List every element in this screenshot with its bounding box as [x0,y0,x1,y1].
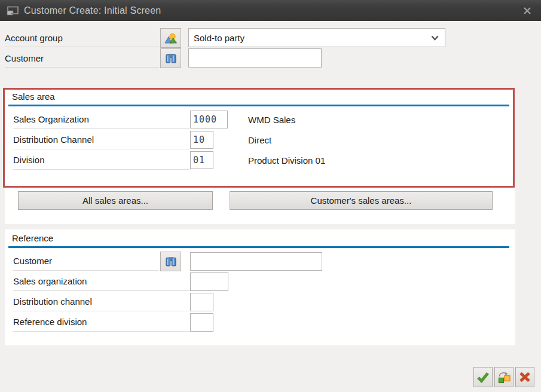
confirm-button[interactable] [473,367,493,387]
sales-area-divider [8,105,509,106]
reference-division-input[interactable] [190,313,213,332]
copy-reference-button[interactable] [494,367,514,387]
titlebar: Customer Create: Initial Screen [0,0,541,21]
distribution-channel-input[interactable] [190,131,213,149]
reference-header: Reference [12,233,53,243]
reference-customer-input[interactable] [190,252,322,271]
sales-area-header: Sales area [12,91,55,102]
chevron-down-icon [431,35,439,41]
landscape-icon [164,32,178,45]
binoculars-icon [164,255,178,268]
customer-input[interactable] [188,48,322,68]
account-group-value-help-button[interactable] [160,28,181,48]
account-group-dropdown[interactable]: Sold-to party [188,28,445,47]
reference-distribution-channel-label: Distribution channel [13,292,189,311]
account-group-label: Account group [5,29,159,47]
sales-organization-description: WMD Sales [248,110,295,129]
checkmark-icon [476,370,490,384]
division-input[interactable] [190,151,213,169]
sales-organization-input[interactable] [190,111,228,128]
division-label: Division [13,151,189,170]
dialog-window-icon [6,5,19,16]
reference-customer-label: Customer [13,252,158,271]
reference-divider [8,246,509,248]
reference-sales-organization-label: Sales organization [13,272,189,291]
all-sales-areas-button[interactable]: All sales areas... [18,191,213,210]
reference-division-label: Reference division [13,313,189,332]
page-title: Customer Create: Initial Screen [24,5,161,16]
account-group-selected-value: Sold-to party [194,33,431,43]
reference-sales-organization-input[interactable] [190,272,228,291]
red-x-icon [518,370,531,384]
customer-label: Customer [5,49,159,68]
copy-reference-icon [497,370,511,384]
cancel-button[interactable] [515,367,534,387]
customer-search-button[interactable] [160,48,181,68]
customers-sales-areas-button[interactable]: Customer's sales areas... [230,191,493,210]
division-description: Product Division 01 [248,151,325,170]
distribution-channel-label: Distribution Channel [13,130,189,149]
close-icon[interactable] [522,5,533,16]
reference-distribution-channel-input[interactable] [190,293,213,311]
sales-organization-label: Sales Organization [13,110,189,129]
reference-customer-search-button[interactable] [160,252,181,271]
customer-create-dialog: Customer Create: Initial Screen Account … [0,0,541,392]
binoculars-icon [164,52,178,65]
distribution-channel-description: Direct [248,130,271,149]
